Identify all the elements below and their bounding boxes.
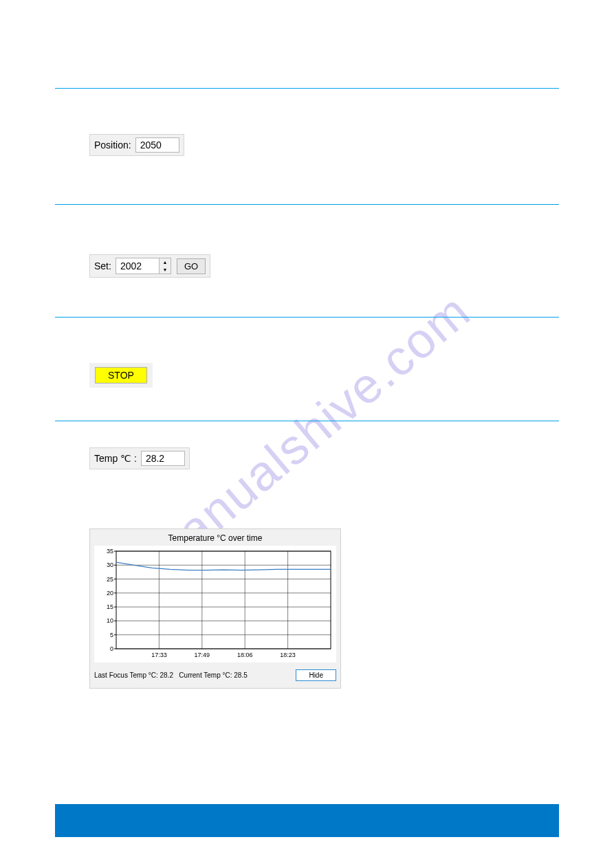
chart-svg: 0510152025303517:3317:4918:0618:23 xyxy=(94,546,336,663)
current-temp-value: 28.5 xyxy=(234,671,247,679)
chart-area: 0510152025303517:3317:4918:0618:23 xyxy=(94,546,336,663)
stop-button[interactable]: STOP xyxy=(95,367,147,383)
spinner-up-button[interactable]: ▲ xyxy=(160,258,171,266)
chart-footer-text: Last Focus Temp °C: 28.2 Current Temp °C… xyxy=(94,671,248,679)
chart-panel: Temperature °C over time 051015202530351… xyxy=(89,528,341,689)
divider-4 xyxy=(55,421,559,421)
svg-text:25: 25 xyxy=(107,576,113,583)
chart-title: Temperature °C over time xyxy=(94,533,336,543)
temp-label: Temp ℃ : xyxy=(94,453,137,464)
hide-button[interactable]: Hide xyxy=(296,669,336,681)
position-label: Position: xyxy=(94,140,131,151)
position-value: 2050 xyxy=(135,137,179,153)
temp-section: Temp ℃ : 28.2 xyxy=(0,447,190,469)
svg-text:30: 30 xyxy=(107,561,113,568)
svg-text:20: 20 xyxy=(107,590,113,597)
go-button[interactable]: GO xyxy=(177,258,206,274)
divider-1 xyxy=(55,88,559,89)
svg-text:5: 5 xyxy=(110,632,113,638)
temp-value: 28.2 xyxy=(141,451,185,466)
position-panel: Position: 2050 xyxy=(89,134,184,156)
temp-panel: Temp ℃ : 28.2 xyxy=(89,447,190,469)
current-temp-label: Current Temp °C: xyxy=(179,671,232,679)
divider-3 xyxy=(55,317,559,318)
svg-text:0: 0 xyxy=(110,645,113,652)
svg-rect-0 xyxy=(116,551,331,649)
last-focus-value: 28.2 xyxy=(160,671,173,679)
set-spinner[interactable]: ▲ ▼ xyxy=(116,258,171,274)
stop-panel: STOP xyxy=(89,363,153,388)
spinner-arrows: ▲ ▼ xyxy=(159,258,171,274)
position-section: Position: 2050 xyxy=(0,134,184,156)
svg-text:18:06: 18:06 xyxy=(237,652,253,658)
svg-text:10: 10 xyxy=(107,617,113,624)
chart-footer: Last Focus Temp °C: 28.2 Current Temp °C… xyxy=(94,669,336,681)
svg-text:15: 15 xyxy=(107,603,113,610)
stop-section: STOP xyxy=(0,363,153,388)
spinner-down-button[interactable]: ▼ xyxy=(160,266,171,274)
set-label: Set: xyxy=(94,260,111,271)
divider-2 xyxy=(55,204,559,205)
set-value-input[interactable] xyxy=(116,258,159,274)
last-focus-label: Last Focus Temp °C: xyxy=(94,671,158,679)
set-section: Set: ▲ ▼ GO xyxy=(0,254,210,278)
set-panel: Set: ▲ ▼ GO xyxy=(89,254,210,278)
svg-text:17:49: 17:49 xyxy=(195,652,210,658)
svg-text:18:23: 18:23 xyxy=(280,652,296,658)
footer-bar xyxy=(55,804,559,837)
svg-text:35: 35 xyxy=(107,548,113,555)
svg-text:17:33: 17:33 xyxy=(151,652,167,658)
